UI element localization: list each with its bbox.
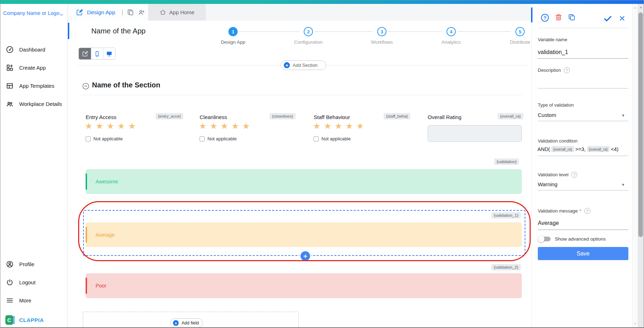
- collapse-section-icon[interactable]: [82, 82, 90, 90]
- mobile-preview-button[interactable]: [91, 48, 103, 59]
- show-advanced-options-toggle[interactable]: [538, 236, 551, 242]
- help-icon[interactable]: ?: [571, 172, 577, 178]
- validation-block-awesome[interactable]: Awesome: [86, 169, 522, 194]
- sidebar-item-label: App Templates: [19, 83, 54, 89]
- star-icon[interactable]: ★: [96, 122, 104, 130]
- star-icon[interactable]: ★: [242, 122, 250, 130]
- app-window: Company Name or Logo Dashboard Create Ap…: [0, 0, 644, 328]
- desktop-preview-button[interactable]: [103, 48, 115, 59]
- clappia-logo-letter: C: [5, 315, 13, 325]
- step-workflows[interactable]: 3 Workflows: [357, 27, 407, 45]
- sidebar-item-more[interactable]: More: [6, 296, 31, 305]
- star-icon[interactable]: ★: [335, 122, 342, 130]
- star-rating[interactable]: ★★★★★: [85, 122, 136, 130]
- star-icon[interactable]: ★: [324, 122, 332, 130]
- validation-message-text: Poor: [96, 283, 107, 289]
- confirm-check-icon[interactable]: [603, 14, 612, 23]
- validation-condition-input[interactable]: AND( {overall_ra} >=3, {overall_ra} <4): [537, 146, 618, 152]
- select-underline: [538, 190, 628, 190]
- star-rating[interactable]: ★★★★★: [199, 122, 250, 130]
- sidebar-item-create-app[interactable]: Create App: [6, 64, 46, 72]
- not-applicable-label: Not applicable: [93, 136, 123, 141]
- star-icon[interactable]: ★: [221, 122, 228, 130]
- validation-message-input[interactable]: Average: [538, 220, 559, 226]
- edit-icon: [82, 50, 88, 57]
- validation-tag: {validation}: [494, 158, 519, 165]
- star-icon[interactable]: ★: [210, 122, 218, 130]
- input-underline: [538, 230, 628, 230]
- variable-tag: {cleanlines}: [270, 113, 296, 119]
- caret-down-icon[interactable]: ▾: [622, 182, 624, 187]
- star-icon[interactable]: ★: [356, 122, 364, 130]
- tab-app-home[interactable]: App Home: [148, 4, 206, 21]
- sidebar-item-workplace-details[interactable]: Workplace Details: [6, 100, 62, 108]
- validation-block-average[interactable]: Average: [86, 222, 522, 247]
- condition-operator: <4): [611, 146, 618, 152]
- sidebar-item-dashboard[interactable]: Dashboard: [6, 45, 45, 54]
- scroll-down-icon[interactable]: ▼: [633, 322, 638, 326]
- star-icon[interactable]: ★: [313, 122, 321, 130]
- scroll-up-icon[interactable]: ▲: [638, 6, 644, 9]
- variable-name-input[interactable]: validation_1: [538, 49, 568, 55]
- overall-rating-input[interactable]: [428, 125, 522, 142]
- sidebar-item-label: Logout: [19, 279, 36, 285]
- add-section-button[interactable]: + Add Section: [281, 60, 326, 70]
- star-icon[interactable]: ★: [346, 122, 353, 130]
- insert-field-plus-button[interactable]: +: [301, 251, 310, 261]
- not-applicable-checkbox[interactable]: [200, 136, 205, 141]
- field-cleanliness[interactable]: Cleanliness {cleanlines} ★★★★★ Not appli…: [200, 113, 294, 144]
- star-icon[interactable]: ★: [85, 122, 93, 130]
- star-icon[interactable]: ★: [107, 122, 114, 130]
- clappia-logo[interactable]: C CLAPPIA: [5, 315, 44, 325]
- field-overall-rating[interactable]: Overall Rating {overall_ra}: [428, 113, 522, 144]
- star-icon[interactable]: ★: [118, 122, 125, 130]
- validation-level-label: Validation level ?: [538, 172, 577, 178]
- window-scrollbar[interactable]: ▲: [638, 4, 644, 328]
- person-add-icon[interactable]: [138, 9, 145, 16]
- step-design-app[interactable]: 1 Design App: [208, 27, 258, 45]
- caret-down-icon[interactable]: ▾: [622, 113, 624, 118]
- duplicate-copy-icon[interactable]: [568, 13, 576, 21]
- step-analytics[interactable]: 4 Analytics: [426, 27, 476, 45]
- company-selector[interactable]: Company Name or Logo: [2, 10, 60, 17]
- save-button[interactable]: Save: [538, 247, 628, 260]
- panel-scrollbar[interactable]: ▲ ▼: [632, 4, 638, 328]
- field-entry-access[interactable]: Entry Access {entry_acce} ★★★★★ Not appl…: [86, 113, 180, 144]
- edit-square-icon[interactable]: [76, 9, 83, 16]
- condition-variable-chip: {overall_ra}: [551, 146, 574, 152]
- close-icon[interactable]: [618, 15, 626, 22]
- tab-design-app[interactable]: Design App: [87, 9, 115, 16]
- description-label: Description ?: [538, 67, 570, 73]
- help-icon[interactable]: ?: [564, 67, 570, 73]
- field-staff-behaviour[interactable]: Staff Behaviour {staff_beha} ★★★★★ Not a…: [314, 113, 408, 144]
- edit-mode-button[interactable]: [79, 48, 91, 59]
- not-applicable-checkbox[interactable]: [86, 136, 91, 141]
- description-input-underline[interactable]: [538, 88, 628, 88]
- scrollbar-thumb[interactable]: [638, 12, 643, 237]
- add-field-button[interactable]: + Add field: [170, 318, 203, 328]
- chevron-down-icon[interactable]: [59, 12, 64, 17]
- sidebar-item-logout[interactable]: Logout: [6, 278, 36, 286]
- delete-trash-icon[interactable]: [554, 13, 563, 21]
- sidebar-item-app-templates[interactable]: App Templates: [6, 82, 54, 90]
- sidebar-item-label: Workplace Details: [19, 101, 62, 107]
- type-of-validation-select[interactable]: Custom: [538, 112, 556, 118]
- not-applicable-checkbox[interactable]: [314, 136, 319, 141]
- validation-block-poor[interactable]: Poor: [86, 273, 522, 298]
- profile-icon: [6, 260, 14, 268]
- copy-pages-icon[interactable]: [127, 9, 134, 16]
- tab-app-home-label: App Home: [169, 9, 195, 15]
- select-underline: [538, 121, 628, 121]
- star-icon[interactable]: ★: [199, 122, 207, 130]
- validation-level-select[interactable]: Warning: [538, 181, 557, 187]
- add-section-label: Add Section: [293, 63, 318, 68]
- step-configuration[interactable]: 2 Configuration: [283, 27, 333, 45]
- scroll-up-icon[interactable]: ▲: [633, 6, 638, 9]
- sidebar-item-profile[interactable]: Profile: [6, 260, 34, 268]
- star-rating[interactable]: ★★★★★: [313, 122, 364, 130]
- help-icon[interactable]: ?: [541, 14, 549, 22]
- star-icon[interactable]: ★: [232, 122, 239, 130]
- help-icon[interactable]: ?: [584, 208, 590, 214]
- panel-divider: [538, 28, 628, 28]
- star-icon[interactable]: ★: [128, 122, 136, 130]
